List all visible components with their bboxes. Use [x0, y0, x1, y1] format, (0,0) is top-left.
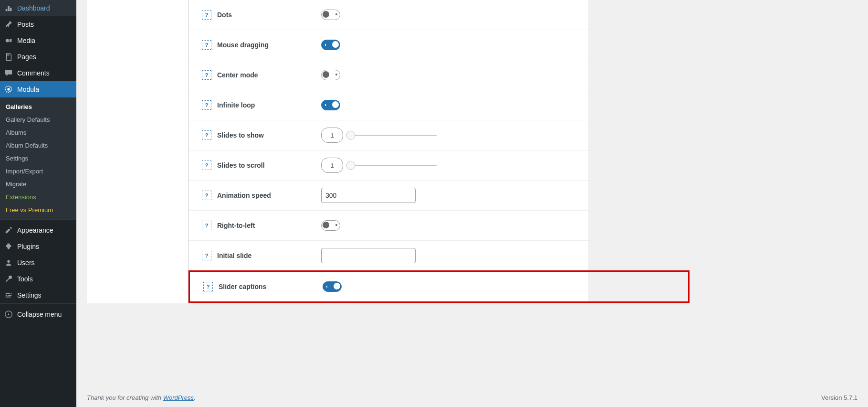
modula-icon	[4, 85, 13, 94]
appearance-icon	[4, 225, 13, 235]
field-center-mode: ? Center mode	[188, 60, 690, 90]
menu-pages[interactable]: Pages	[0, 49, 76, 65]
plugins-icon	[4, 242, 13, 251]
field-label-text: Initial slide	[217, 252, 251, 259]
menu-dashboard[interactable]: Dashboard	[0, 0, 76, 16]
menu-modula[interactable]: Modula	[0, 81, 76, 97]
media-icon	[4, 36, 13, 45]
submenu-free-vs-premium[interactable]: Free vs Premium	[0, 204, 76, 216]
field-label-text: Animation speed	[217, 192, 271, 199]
field-label-text: Mouse dragging	[217, 41, 269, 49]
toggle-center-mode[interactable]	[321, 70, 340, 80]
input-animation-speed[interactable]	[321, 188, 416, 203]
field-label-text: Slider captions	[219, 283, 266, 290]
submenu-import-export[interactable]: Import/Export	[0, 165, 76, 178]
menu-label: Plugins	[17, 243, 39, 250]
field-slides-to-show: ? Slides to show	[188, 120, 690, 150]
menu-users[interactable]: Users	[0, 255, 76, 271]
svg-point-2	[7, 260, 10, 263]
menu-settings[interactable]: Settings	[0, 287, 76, 303]
field-infinite-loop: ? Infinite loop	[188, 90, 690, 120]
toggle-dots[interactable]	[321, 10, 340, 20]
toggle-mouse-dragging[interactable]	[321, 40, 340, 50]
field-label-text: Center mode	[217, 71, 258, 79]
help-icon[interactable]: ?	[202, 100, 211, 110]
help-icon[interactable]: ?	[202, 40, 211, 50]
menu-label: Comments	[17, 69, 50, 77]
field-label-text: Slides to scroll	[217, 161, 265, 169]
menu-posts[interactable]: Posts	[0, 16, 76, 32]
menu-media[interactable]: Media	[0, 32, 76, 49]
input-initial-slide[interactable]	[321, 248, 416, 263]
slider-slides-to-scroll[interactable]	[351, 165, 437, 166]
submenu-settings[interactable]: Settings	[0, 152, 76, 165]
wp-version: Version 5.7.1	[821, 394, 858, 401]
field-slider-captions: ? Slider captions	[188, 270, 690, 303]
field-initial-slide: ? Initial slide	[188, 240, 690, 270]
svg-point-1	[7, 88, 10, 90]
users-icon	[4, 258, 13, 268]
field-label-text: Dots	[217, 11, 232, 19]
menu-label: Pages	[17, 53, 36, 61]
help-icon[interactable]: ?	[203, 282, 213, 291]
menu-label: Users	[17, 259, 35, 267]
submenu-galleries[interactable]: Galleries	[0, 100, 76, 113]
menu-label: Posts	[17, 21, 34, 28]
toggle-right-to-left[interactable]	[321, 220, 340, 231]
comment-icon	[4, 68, 13, 78]
slider-handle[interactable]	[346, 161, 356, 170]
submenu-gallery-defaults[interactable]: Gallery Defaults	[0, 113, 76, 126]
submenu-extensions[interactable]: Extensions	[0, 191, 76, 204]
menu-label: Collapse menu	[17, 311, 62, 318]
submenu-migrate[interactable]: Migrate	[0, 178, 76, 191]
field-label-text: Right-to-left	[217, 222, 255, 229]
help-icon[interactable]: ?	[202, 161, 211, 170]
field-label-text: Slides to show	[217, 131, 264, 139]
field-dots: ? Dots	[188, 0, 690, 30]
input-slides-to-show[interactable]	[321, 128, 343, 143]
field-slides-to-scroll: ? Slides to scroll	[188, 150, 690, 180]
menu-collapse[interactable]: Collapse menu	[0, 306, 76, 322]
settings-panel-wrapper: ? Dots ? Mouse dragging ?	[87, 0, 588, 303]
menu-label: Appearance	[17, 226, 53, 234]
help-icon[interactable]: ?	[202, 130, 211, 140]
help-icon[interactable]: ?	[202, 191, 211, 200]
field-mouse-dragging: ? Mouse dragging	[188, 30, 690, 60]
field-right-to-left: ? Right-to-left	[188, 210, 690, 240]
admin-sidebar: Dashboard Posts Media Pages Comments Mod…	[0, 0, 76, 407]
menu-label: Settings	[17, 291, 42, 299]
settings-icon	[4, 290, 13, 300]
submenu-albums[interactable]: Albums	[0, 126, 76, 139]
help-icon[interactable]: ?	[202, 70, 211, 80]
admin-footer: Thank you for creating with WordPress. V…	[87, 394, 858, 401]
dashboard-icon	[4, 3, 13, 13]
menu-comments[interactable]: Comments	[0, 65, 76, 81]
slider-slides-to-show[interactable]	[351, 135, 437, 136]
settings-panel: ? Dots ? Mouse dragging ?	[188, 0, 690, 303]
field-animation-speed: ? Animation speed	[188, 180, 690, 210]
input-slides-to-scroll[interactable]	[321, 158, 343, 173]
menu-appearance[interactable]: Appearance	[0, 222, 76, 238]
wordpress-link[interactable]: WordPress	[163, 394, 194, 401]
modula-submenu: Galleries Gallery Defaults Albums Album …	[0, 97, 76, 219]
content-area: ? Dots ? Mouse dragging ?	[76, 0, 868, 407]
menu-label: Media	[17, 37, 35, 44]
toggle-infinite-loop[interactable]	[321, 100, 340, 110]
menu-tools[interactable]: Tools	[0, 271, 76, 287]
help-icon[interactable]: ?	[202, 10, 211, 20]
menu-plugins[interactable]: Plugins	[0, 238, 76, 255]
submenu-album-defaults[interactable]: Album Defaults	[0, 139, 76, 152]
menu-label: Modula	[17, 86, 39, 93]
tools-icon	[4, 274, 13, 284]
pin-icon	[4, 20, 13, 29]
menu-label: Dashboard	[17, 4, 50, 12]
toggle-slider-captions[interactable]	[323, 281, 342, 292]
footer-credit: Thank you for creating with WordPress.	[87, 394, 196, 401]
svg-point-0	[6, 39, 9, 42]
slider-handle[interactable]	[346, 131, 356, 140]
pages-icon	[4, 52, 13, 62]
menu-label: Tools	[17, 275, 33, 283]
collapse-icon	[4, 310, 13, 319]
help-icon[interactable]: ?	[202, 221, 211, 230]
help-icon[interactable]: ?	[202, 251, 211, 260]
